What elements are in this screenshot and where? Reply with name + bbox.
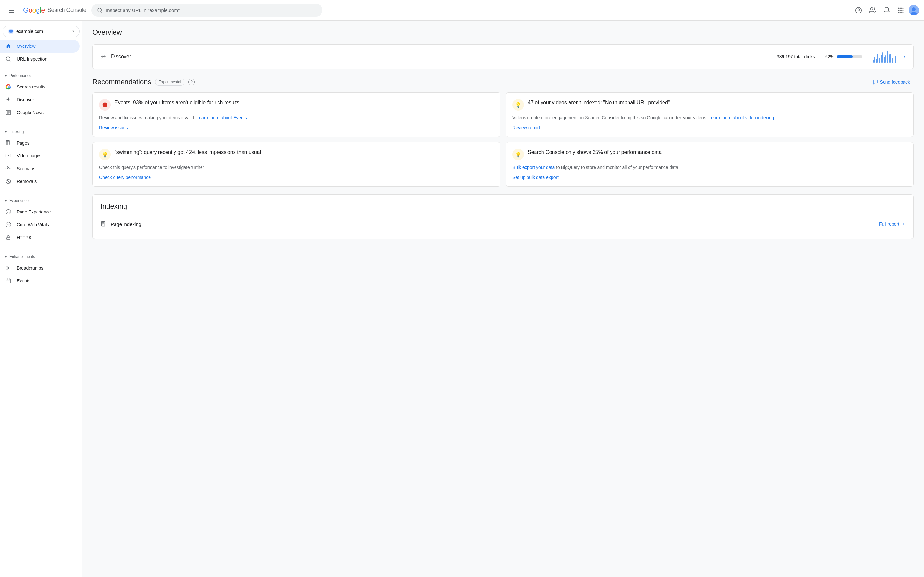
nav-item-breadcrumbs[interactable]: Breadcrumbs	[0, 261, 79, 274]
performance-section: ▾ Performance Search results	[0, 68, 82, 121]
chart-bar	[882, 52, 883, 63]
rec-bulk-export-link[interactable]: Bulk export your data	[512, 165, 555, 170]
rec-events-body: Review and fix issues making your items …	[99, 114, 494, 121]
rec-card-video-header: 💡 47 of your videos aren't indexed: "No …	[512, 99, 907, 111]
help-button[interactable]	[852, 4, 865, 17]
rec-performance-title: Search Console only shows 35% of your pe…	[528, 149, 662, 156]
page-icon	[5, 140, 11, 146]
video-page-icon	[5, 153, 11, 159]
experimental-badge: Experimental	[155, 79, 184, 85]
svg-rect-30	[9, 168, 11, 169]
hamburger-icon	[9, 8, 15, 13]
rec-warning-icon: 💡	[512, 99, 524, 111]
menu-button[interactable]	[5, 4, 18, 17]
rec-performance-body: Bulk export your data to BigQuery to sto…	[512, 164, 907, 171]
sitemap-icon	[5, 165, 11, 172]
logo-g: G	[23, 6, 29, 15]
page-indexing-row: Page indexing Full report	[100, 217, 906, 231]
home-icon	[5, 43, 11, 49]
svg-line-19	[9, 60, 10, 61]
rec-swimming-action-link[interactable]: Check query performance	[99, 175, 494, 180]
manage-users-button[interactable]	[866, 4, 879, 17]
rec-warning-icon-3: 💡	[512, 149, 524, 160]
svg-point-18	[6, 57, 10, 61]
full-report-link[interactable]: Full report	[879, 221, 906, 227]
chart-bar	[884, 57, 885, 63]
chart-bar	[876, 59, 877, 63]
property-name: example.com	[16, 29, 69, 34]
nav-item-url-inspection[interactable]: URL Inspection	[0, 53, 79, 65]
svg-rect-5	[898, 7, 900, 9]
discover-label: Discover	[111, 54, 772, 60]
sidebar: example.com ▾ Overview URL Inspection	[0, 21, 82, 577]
indexing-chevron: ▾	[5, 130, 7, 134]
exclamation-icon	[102, 102, 108, 108]
experience-chevron: ▾	[5, 199, 7, 203]
recommendations-help-icon[interactable]: ?	[188, 79, 195, 85]
nav-item-google-news[interactable]: Google News	[0, 106, 79, 119]
indexing-section-header[interactable]: ▾ Indexing	[0, 127, 82, 137]
send-feedback-button[interactable]: Send feedback	[869, 77, 914, 87]
recommendations-grid: Events: 93% of your items aren't eligibl…	[92, 92, 914, 187]
chart-bar	[879, 58, 880, 63]
page-title: Overview	[92, 28, 914, 37]
apps-button[interactable]	[895, 4, 907, 17]
indexing-section: ▾ Indexing Pages	[0, 124, 82, 190]
nav-item-core-web-vitals[interactable]: Core Web Vitals	[0, 218, 79, 231]
lock-icon	[5, 234, 11, 241]
url-search-bar[interactable]: Inspect any URL in "example.com"	[91, 4, 322, 17]
indexing-section-label: Indexing	[9, 129, 24, 134]
nav-item-https[interactable]: HTTPS	[0, 231, 79, 244]
nav-item-sitemaps[interactable]: Sitemaps	[0, 162, 79, 175]
nav-sitemaps-label: Sitemaps	[17, 166, 35, 171]
experience-section-label: Experience	[9, 198, 29, 203]
rec-error-icon	[99, 99, 111, 111]
discover-progress-bar	[837, 55, 863, 58]
search-icon	[97, 7, 103, 13]
rec-events-learn-more-link[interactable]: Learn more about Events	[196, 115, 247, 120]
notifications-button[interactable]	[880, 4, 893, 17]
page-indexing-icon	[100, 221, 107, 227]
performance-section-label: Performance	[9, 73, 31, 78]
nav-item-search-results[interactable]: Search results	[0, 81, 79, 93]
nav-item-events[interactable]: Events	[0, 274, 79, 287]
discover-navigate-icon[interactable]: ›	[904, 53, 906, 60]
experience-section-header[interactable]: ▾ Experience	[0, 196, 82, 205]
enhancements-section: ▾ Enhancements Breadcrumbs	[0, 250, 82, 290]
page-indexing-label: Page indexing	[111, 221, 141, 227]
sparkle-icon	[5, 97, 11, 103]
performance-chevron: ▾	[5, 74, 7, 77]
nav-breadcrumbs-label: Breadcrumbs	[17, 266, 43, 271]
discover-progress-fill	[837, 55, 853, 58]
discover-mini-chart	[873, 51, 896, 63]
svg-point-4	[871, 7, 873, 10]
nav-page-experience-label: Page Experience	[17, 210, 51, 214]
rec-video-learn-more-link[interactable]: Learn more about video indexing	[708, 115, 774, 120]
header-actions	[852, 4, 919, 17]
rec-performance-action-link[interactable]: Set up bulk data export	[512, 175, 907, 180]
nav-pages-label: Pages	[17, 140, 29, 145]
nav-item-pages[interactable]: Pages	[0, 137, 79, 149]
enhancements-chevron: ▾	[5, 255, 7, 259]
enhancements-section-header[interactable]: ▾ Enhancements	[0, 252, 82, 261]
nav-discover-label: Discover	[17, 97, 34, 102]
performance-section-header[interactable]: ▾ Performance	[0, 71, 82, 81]
svg-rect-28	[6, 168, 8, 169]
feedback-icon	[873, 79, 878, 85]
nav-item-video-pages[interactable]: Video pages	[0, 149, 79, 162]
nav-item-overview[interactable]: Overview	[0, 40, 79, 53]
nav-item-removals[interactable]: Removals	[0, 175, 79, 188]
nav-search-results-label: Search results	[17, 84, 45, 89]
svg-rect-13	[903, 11, 904, 13]
svg-point-39	[6, 222, 11, 227]
chart-bar	[873, 60, 874, 63]
nav-item-page-experience[interactable]: Page Experience	[0, 205, 79, 218]
nav-item-discover[interactable]: Discover	[0, 93, 79, 106]
main-content: Overview ✳ Discover 389,197 total clicks…	[82, 21, 924, 577]
rec-events-title: Events: 93% of your items aren't eligibl…	[115, 99, 239, 106]
rec-video-action-link[interactable]: Review report	[512, 125, 907, 130]
property-selector[interactable]: example.com ▾	[3, 26, 79, 37]
rec-events-action-link[interactable]: Review issues	[99, 125, 494, 130]
enhancements-section-label: Enhancements	[9, 255, 35, 259]
account-avatar[interactable]	[909, 5, 919, 15]
